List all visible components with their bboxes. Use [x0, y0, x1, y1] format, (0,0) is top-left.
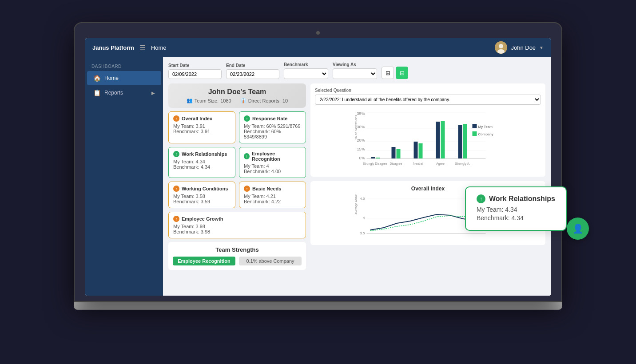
end-date-input[interactable] — [226, 69, 279, 79]
laptop-camera — [316, 31, 320, 35]
metric-card-header-emp-growth: ↑ Employee Growth — [173, 216, 301, 222]
work-rel-benchmark: Benchmark: 4.34 — [173, 164, 231, 170]
svg-rect-18 — [414, 142, 418, 158]
direct-reports-icon: 👔 — [240, 98, 246, 103]
svg-text:15%: 15% — [357, 147, 365, 151]
fab-icon: 👤 — [572, 223, 584, 234]
svg-rect-21 — [441, 121, 445, 158]
popup-title: Work Relationships — [489, 195, 555, 203]
emp-rec-icon: ↑ — [244, 153, 250, 159]
svg-rect-16 — [392, 147, 396, 158]
svg-text:Average Answer: Average Answer — [354, 194, 358, 214]
selected-question-select[interactable]: 2/23/2022: I understand all of the benef… — [315, 95, 541, 105]
svg-text:Strongly A.: Strongly A. — [455, 162, 470, 166]
avatar — [495, 41, 507, 54]
response-rate-title: Response Rate — [252, 116, 287, 121]
bar-chart-container: 35% 30% 20% 15% 0% % of Selections — [315, 108, 541, 172]
laptop-base — [74, 302, 562, 310]
grid-view-button[interactable]: ⊞ — [382, 67, 394, 79]
strength-row-1: Employee Recognition 0.1% above Company — [173, 257, 302, 265]
emp-growth-team: My Team: 3.98 — [173, 224, 301, 229]
emp-rec-benchmark: Benchmark: 4.00 — [244, 169, 301, 174]
sidebar-section-label: Dashboard — [85, 60, 163, 71]
direct-reports-item: 👔 Direct Reports: 10 — [240, 98, 288, 103]
response-rate-icon: ↑ — [244, 115, 250, 122]
svg-rect-19 — [419, 143, 423, 158]
overall-index-benchmark: Benchmark: 3.91 — [173, 129, 231, 134]
sidebar: Dashboard 🏠 Home 📋 Reports ▶ — [85, 57, 163, 296]
view-buttons: ⊞ ⊟ — [382, 67, 408, 79]
svg-rect-15 — [376, 158, 380, 158]
selected-question-label: Selected Question — [315, 88, 541, 93]
benchmark-group: Benchmark — [284, 62, 328, 79]
popup-card-header: ↑ Work Relationships — [477, 194, 555, 203]
nav-breadcrumb: Home — [151, 44, 167, 51]
start-date-label: Start Date — [168, 63, 222, 68]
svg-text:Company: Company — [478, 132, 493, 136]
svg-text:Agree: Agree — [436, 162, 445, 166]
svg-text:Disagree: Disagree — [390, 162, 402, 166]
team-header-card: John Doe's Team 👥 Team Size: 1080 — [168, 83, 306, 108]
work-rel-icon: ↑ — [173, 151, 179, 157]
popup-my-team: My Team: 4.34 — [477, 206, 555, 213]
metric-card-response-rate: ↑ Response Rate My Team: 60% 5291/8769 B… — [239, 111, 306, 143]
overall-index-icon: ↑ — [173, 115, 179, 122]
metric-row-4: ↑ Employee Growth My Team: 3.98 Benchmar… — [168, 212, 306, 238]
metric-card-header-work-cond: ↑ Working Conditions — [173, 186, 231, 192]
left-panel: John Doe's Team 👥 Team Size: 1080 — [168, 83, 306, 270]
emp-growth-benchmark: Benchmark: 3.98 — [173, 229, 301, 234]
metric-card-work-cond: ↑ Working Conditions My Team: 3.58 Bench… — [168, 182, 235, 208]
sidebar-reports-row: Reports ▶ — [104, 90, 155, 96]
work-rel-title: Work Relationships — [182, 151, 227, 157]
user-name: John Doe — [511, 44, 536, 51]
svg-rect-17 — [397, 149, 401, 158]
metric-row-3: ↑ Working Conditions My Team: 3.58 Bench… — [168, 182, 306, 208]
filter-bar: Start Date End Date Benchmark — [168, 62, 545, 79]
end-date-label: End Date — [226, 63, 279, 68]
svg-text:% of Selections: % of Selections — [354, 115, 358, 139]
svg-text:Neutral: Neutral — [413, 162, 423, 165]
table-view-button[interactable]: ⊟ — [396, 67, 408, 79]
metric-card-emp-rec: ↑ Employee Recognition My Team: 4 Benchm… — [239, 147, 306, 178]
chevron-down-icon[interactable]: ▼ — [539, 45, 544, 50]
top-nav-left: Janus Platform ☰ Home — [92, 44, 167, 52]
metric-card-header-basic: ↑ Basic Needs — [244, 186, 301, 192]
svg-rect-20 — [436, 122, 440, 158]
start-date-input[interactable] — [168, 69, 222, 79]
sidebar-item-home-label: Home — [104, 75, 119, 81]
basic-needs-benchmark: Benchmark: 4.22 — [244, 199, 301, 204]
metric-card-header-emp-rec: ↑ Employee Recognition — [244, 151, 301, 162]
metric-row-1: ↑ Overall Index My Team: 3.91 Benchmark:… — [168, 111, 306, 143]
viewing-as-select[interactable] — [333, 68, 377, 79]
metric-card-header-work: ↑ Work Relationships — [173, 151, 231, 157]
metric-card-overall-index: ↑ Overall Index My Team: 3.91 Benchmark:… — [168, 111, 235, 143]
work-cond-icon: ↑ — [173, 186, 179, 192]
sidebar-item-reports-label: Reports — [104, 90, 123, 96]
team-size-label: Team Size: — [195, 98, 219, 103]
emp-growth-title: Employee Growth — [182, 216, 223, 222]
fab-button[interactable]: 👤 — [567, 218, 589, 240]
work-cond-team: My Team: 3.58 — [173, 194, 231, 199]
strength-label-1: Employee Recognition — [173, 257, 235, 265]
emp-rec-team: My Team: 4 — [244, 163, 301, 169]
bar-chart-card: Selected Question 2/23/2022: I understan… — [310, 83, 545, 177]
work-cond-title: Working Conditions — [182, 186, 228, 191]
team-meta: 👥 Team Size: 1080 👔 Direct Reports: 10 — [175, 98, 299, 103]
top-nav: Janus Platform ☰ Home John Doe — [85, 38, 551, 57]
svg-rect-14 — [371, 157, 375, 158]
sidebar-item-reports[interactable]: 📋 Reports ▶ — [87, 86, 161, 100]
reports-icon: 📋 — [93, 89, 101, 96]
hamburger-icon[interactable]: ☰ — [139, 44, 146, 52]
svg-text:0%: 0% — [359, 156, 365, 160]
sidebar-item-home[interactable]: 🏠 Home — [87, 71, 161, 85]
metric-card-header-overall: ↑ Overall Index — [173, 115, 231, 122]
metric-row-2: ↑ Work Relationships My Team: 4.34 Bench… — [168, 147, 306, 178]
viewing-as-label: Viewing As — [333, 62, 377, 67]
metric-card-basic-needs: ↑ Basic Needs My Team: 4.21 Benchmark: 4… — [239, 182, 306, 208]
benchmark-select[interactable] — [284, 68, 328, 79]
work-cond-benchmark: Benchmark: 3.59 — [173, 199, 231, 204]
svg-text:35%: 35% — [357, 111, 365, 116]
team-size-value: 1080 — [220, 98, 231, 103]
direct-reports-label: Direct Reports: — [248, 98, 281, 103]
team-size-icon: 👥 — [187, 98, 193, 103]
